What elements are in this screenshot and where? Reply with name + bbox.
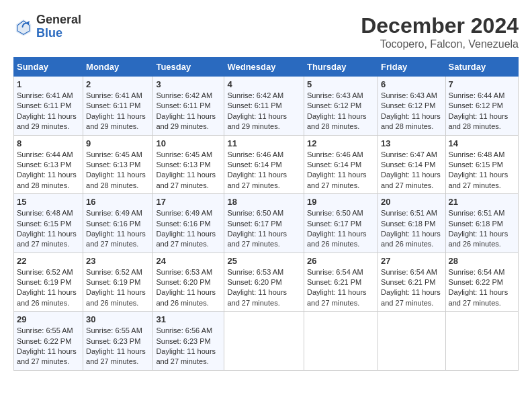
cell-sunrise: Sunrise: 6:54 AM: [381, 268, 437, 276]
cell-sunrise: Sunrise: 6:46 AM: [307, 150, 363, 158]
day-number: 11: [227, 138, 301, 148]
cell-sunset: Sunset: 6:19 PM: [86, 278, 140, 286]
cell-sunrise: Sunrise: 6:42 AM: [156, 91, 212, 99]
cell-daylight: Daylight: 11 hours and 27 minutes.: [381, 171, 441, 189]
day-number: 28: [449, 256, 515, 266]
cell-daylight: Daylight: 11 hours and 27 minutes.: [227, 230, 287, 248]
location-subtitle: Tocopero, Falcon, Venezuela: [361, 38, 519, 50]
cell-daylight: Daylight: 11 hours and 27 minutes.: [156, 171, 216, 189]
cell-sunrise: Sunrise: 6:53 AM: [227, 268, 283, 276]
day-number: 3: [156, 79, 221, 89]
table-row: 26 Sunrise: 6:54 AM Sunset: 6:21 PM Dayl…: [304, 253, 378, 312]
cell-sunrise: Sunrise: 6:50 AM: [307, 209, 363, 217]
day-number: 24: [156, 256, 221, 266]
cell-daylight: Daylight: 11 hours and 28 minutes.: [381, 112, 441, 130]
cell-daylight: Daylight: 11 hours and 27 minutes.: [381, 288, 441, 306]
table-row: 25 Sunrise: 6:53 AM Sunset: 6:20 PM Dayl…: [224, 253, 304, 312]
cell-daylight: Daylight: 11 hours and 27 minutes.: [17, 347, 77, 365]
cell-sunrise: Sunrise: 6:55 AM: [17, 326, 73, 334]
cell-daylight: Daylight: 11 hours and 27 minutes.: [227, 171, 287, 189]
cell-sunrise: Sunrise: 6:47 AM: [381, 150, 437, 158]
cell-sunrise: Sunrise: 6:54 AM: [449, 268, 505, 276]
cell-daylight: Daylight: 11 hours and 27 minutes.: [307, 171, 367, 189]
calendar-week-2: 8 Sunrise: 6:44 AM Sunset: 6:13 PM Dayli…: [14, 135, 519, 194]
day-number: 18: [227, 197, 301, 207]
cell-daylight: Daylight: 11 hours and 28 minutes.: [17, 171, 77, 189]
main-title: December 2024: [361, 13, 519, 38]
logo-blue-text: Blue: [36, 27, 81, 40]
day-number: 31: [156, 314, 221, 324]
cell-sunset: Sunset: 6:12 PM: [449, 101, 503, 109]
cell-sunset: Sunset: 6:20 PM: [227, 278, 281, 286]
table-row: 28 Sunrise: 6:54 AM Sunset: 6:22 PM Dayl…: [445, 253, 518, 312]
table-row: 30 Sunrise: 6:55 AM Sunset: 6:23 PM Dayl…: [83, 312, 153, 371]
day-number: 19: [307, 197, 375, 207]
cell-sunrise: Sunrise: 6:51 AM: [449, 209, 505, 217]
cell-sunset: Sunset: 6:21 PM: [307, 278, 361, 286]
cell-sunset: Sunset: 6:12 PM: [381, 101, 435, 109]
day-number: 26: [307, 256, 375, 266]
cell-daylight: Daylight: 11 hours and 26 minutes.: [381, 230, 441, 248]
cell-sunset: Sunset: 6:18 PM: [381, 220, 435, 228]
table-row: 16 Sunrise: 6:49 AM Sunset: 6:16 PM Dayl…: [83, 194, 153, 253]
table-row: 20 Sunrise: 6:51 AM Sunset: 6:18 PM Dayl…: [378, 194, 445, 253]
table-row: 4 Sunrise: 6:42 AM Sunset: 6:11 PM Dayli…: [224, 77, 304, 136]
cell-daylight: Daylight: 11 hours and 26 minutes.: [17, 288, 77, 306]
day-number: 4: [227, 79, 301, 89]
cell-sunrise: Sunrise: 6:56 AM: [156, 326, 212, 334]
cell-sunset: Sunset: 6:11 PM: [17, 101, 71, 109]
cell-sunset: Sunset: 6:19 PM: [17, 278, 71, 286]
col-thursday: Thursday: [304, 58, 378, 77]
cell-daylight: Daylight: 11 hours and 27 minutes.: [227, 288, 287, 306]
calendar-week-3: 15 Sunrise: 6:48 AM Sunset: 6:15 PM Dayl…: [14, 194, 519, 253]
cell-sunset: Sunset: 6:15 PM: [449, 161, 503, 169]
day-number: 9: [86, 138, 150, 148]
table-row: 13 Sunrise: 6:47 AM Sunset: 6:14 PM Dayl…: [378, 135, 445, 194]
cell-sunset: Sunset: 6:17 PM: [307, 220, 361, 228]
table-row: 1 Sunrise: 6:41 AM Sunset: 6:11 PM Dayli…: [14, 77, 83, 136]
cell-sunset: Sunset: 6:18 PM: [449, 220, 503, 228]
day-number: 2: [86, 79, 150, 89]
table-row: 18 Sunrise: 6:50 AM Sunset: 6:17 PM Dayl…: [224, 194, 304, 253]
title-block: December 2024 Tocopero, Falcon, Venezuel…: [361, 13, 519, 50]
cell-sunset: Sunset: 6:14 PM: [381, 161, 435, 169]
cell-sunrise: Sunrise: 6:48 AM: [449, 150, 505, 158]
cell-sunrise: Sunrise: 6:55 AM: [86, 326, 142, 334]
cell-sunset: Sunset: 6:16 PM: [156, 220, 210, 228]
table-row: 5 Sunrise: 6:43 AM Sunset: 6:12 PM Dayli…: [304, 77, 378, 136]
cell-daylight: Daylight: 11 hours and 26 minutes.: [449, 230, 508, 248]
table-row: 9 Sunrise: 6:45 AM Sunset: 6:13 PM Dayli…: [83, 135, 153, 194]
calendar-header-row: Sunday Monday Tuesday Wednesday Thursday…: [14, 58, 519, 77]
table-row: 22 Sunrise: 6:52 AM Sunset: 6:19 PM Dayl…: [14, 253, 83, 312]
day-number: 7: [449, 79, 515, 89]
cell-sunset: Sunset: 6:15 PM: [17, 220, 71, 228]
cell-sunset: Sunset: 6:13 PM: [17, 161, 71, 169]
table-row: 21 Sunrise: 6:51 AM Sunset: 6:18 PM Dayl…: [445, 194, 518, 253]
cell-daylight: Daylight: 11 hours and 29 minutes.: [227, 112, 287, 130]
logo-general-text: General: [36, 13, 81, 27]
logo-icon: [13, 17, 34, 37]
cell-sunset: Sunset: 6:14 PM: [307, 161, 361, 169]
logo: General Blue: [13, 13, 81, 40]
table-row: 6 Sunrise: 6:43 AM Sunset: 6:12 PM Dayli…: [378, 77, 445, 136]
day-number: 20: [381, 197, 442, 207]
cell-daylight: Daylight: 11 hours and 27 minutes.: [156, 347, 216, 365]
day-number: 25: [227, 256, 301, 266]
table-row: 11 Sunrise: 6:46 AM Sunset: 6:14 PM Dayl…: [224, 135, 304, 194]
cell-sunrise: Sunrise: 6:48 AM: [17, 209, 73, 217]
day-number: 12: [307, 138, 375, 148]
day-number: 6: [381, 79, 442, 89]
day-number: 15: [17, 197, 80, 207]
cell-sunset: Sunset: 6:22 PM: [449, 278, 503, 286]
cell-sunset: Sunset: 6:21 PM: [381, 278, 435, 286]
table-row: 24 Sunrise: 6:53 AM Sunset: 6:20 PM Dayl…: [153, 253, 224, 312]
col-friday: Friday: [378, 58, 445, 77]
table-row: 10 Sunrise: 6:45 AM Sunset: 6:13 PM Dayl…: [153, 135, 224, 194]
day-number: 23: [86, 256, 150, 266]
cell-sunrise: Sunrise: 6:44 AM: [17, 150, 73, 158]
cell-sunset: Sunset: 6:11 PM: [227, 101, 281, 109]
day-number: 10: [156, 138, 221, 148]
cell-daylight: Daylight: 11 hours and 26 minutes.: [307, 230, 367, 248]
cell-daylight: Daylight: 11 hours and 27 minutes.: [156, 230, 216, 248]
cell-daylight: Daylight: 11 hours and 29 minutes.: [86, 112, 146, 130]
